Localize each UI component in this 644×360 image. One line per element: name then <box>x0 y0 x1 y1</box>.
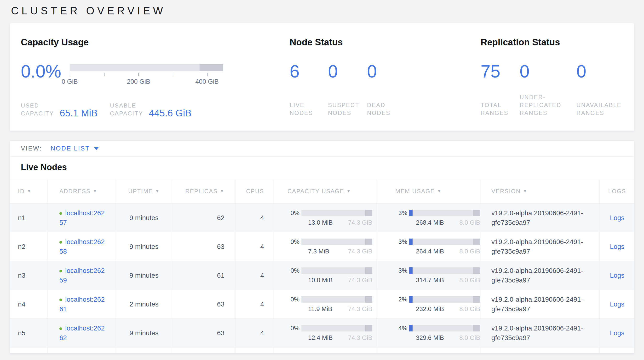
live-status-dot-icon <box>60 270 62 272</box>
column-header-label: MEM USAGE <box>395 188 435 195</box>
cell-node-id: n3 <box>10 261 48 290</box>
logs-link[interactable]: Logs <box>610 329 624 337</box>
cell-cpus: 4 <box>236 319 274 347</box>
table-row: n2 localhost:26258 9 minutes 63 4 0% 7.3… <box>10 232 634 261</box>
cell-version: v19.2.0-alpha.20190606-2491-gfe735c9a97 <box>481 290 600 318</box>
cell-capacity-usage: 0% 12.4 MiB74.3 GiB <box>274 319 377 347</box>
capacity-usage-bar <box>302 239 372 245</box>
cell-mem-usage: 3% 314.7 MiB8.0 GiB <box>377 261 481 290</box>
unavailable-ranges-stat: 0 UNAVAILABLE RANGES <box>576 62 634 117</box>
column-header-label: LOGS <box>608 188 626 195</box>
cell-version: v19.2.0-alpha.20190606-2491-gfe735c9a97 <box>481 232 600 261</box>
axis-tick-label: 200 GiB <box>127 78 150 85</box>
chevron-down-icon <box>94 147 99 150</box>
node-address-link[interactable]: localhost:26262 <box>60 323 107 343</box>
column-header-label: REPLICAS <box>185 188 218 195</box>
mem-usage-bar <box>409 325 480 331</box>
capacity-gauge-axis <box>70 73 223 78</box>
cell-mem-usage: 2% 232.0 MiB8.0 GiB <box>377 290 481 318</box>
logs-link[interactable]: Logs <box>610 300 624 308</box>
node-address-link[interactable]: localhost:26261 <box>60 295 107 314</box>
axis-tick-label: 400 GiB <box>195 78 219 85</box>
axis-tick <box>104 73 104 76</box>
cell-logs: Logs <box>600 204 634 232</box>
cell-cpus: 4 <box>236 290 274 318</box>
cell-address: localhost:26257 <box>48 204 116 232</box>
node-status-title: Node Status <box>290 37 462 48</box>
mem-usage-bar <box>409 296 480 303</box>
cell-mem-usage: 4% 329.6 MiB8.0 GiB <box>377 319 481 347</box>
cell-replicas: 61 <box>172 261 236 290</box>
column-header-logs: LOGS <box>600 179 634 203</box>
sort-arrow-icon: ▼ <box>523 189 528 194</box>
under-replicated-ranges-stat: 0 UNDER- REPLICATED RANGES <box>520 62 576 117</box>
cell-logs: Logs <box>600 261 634 290</box>
live-status-dot-icon <box>60 327 62 330</box>
cell-node-id: n2 <box>10 232 48 261</box>
logs-link[interactable]: Logs <box>610 272 624 279</box>
cell-mem-usage: 3% 268.4 MiB8.0 GiB <box>377 204 481 232</box>
cell-address: localhost:26262 <box>48 319 116 347</box>
column-header-label: ADDRESS <box>60 188 90 195</box>
cell-capacity-usage: 0% 11.9 MiB74.3 GiB <box>274 290 377 318</box>
node-address-link[interactable]: localhost:26257 <box>60 208 107 228</box>
column-header-version[interactable]: VERSION▼ <box>481 179 600 203</box>
axis-tick-label: 0 GiB <box>62 78 78 85</box>
column-header-uptime[interactable]: UPTIME▼ <box>116 179 172 203</box>
cell-node-id: n4 <box>10 290 48 318</box>
view-bar: VIEW: NODE LIST <box>10 141 634 156</box>
sort-arrow-icon: ▼ <box>347 189 351 194</box>
cell-address: localhost:26258 <box>48 232 116 261</box>
table-header-row: ID▼ADDRESS▼UPTIME▼REPLICAS▼CPUSCAPACITY … <box>10 179 634 203</box>
node-status-section: Node Status 6 LIVE NODES 0 SUSPECT NODES… <box>290 37 462 117</box>
cell-node-id: n1 <box>10 204 48 232</box>
cell-uptime: 9 minutes <box>116 232 172 261</box>
view-label: VIEW: <box>21 145 42 152</box>
logs-link[interactable]: Logs <box>610 214 624 222</box>
node-address-link[interactable]: localhost:26258 <box>60 237 107 256</box>
capacity-usage-bar <box>302 296 372 303</box>
cell-cpus: 4 <box>236 232 274 261</box>
column-header-label: CPUS <box>246 188 264 195</box>
column-header-id[interactable]: ID▼ <box>10 179 48 203</box>
cell-uptime: 9 minutes <box>116 261 172 290</box>
capacity-usage-bar <box>302 325 372 331</box>
node-address-link[interactable]: localhost:26259 <box>60 266 107 285</box>
capacity-gauge-bar <box>70 64 223 71</box>
cell-replicas: 63 <box>172 232 236 261</box>
column-header-label: CAPACITY USAGE <box>288 188 344 195</box>
cell-capacity-usage: 0% 13.0 MiB74.3 GiB <box>274 204 377 232</box>
usable-capacity-label: USABLE CAPACITY <box>110 102 143 117</box>
sort-arrow-icon: ▼ <box>155 189 160 194</box>
column-header-cpus: CPUS <box>236 179 274 203</box>
usable-capacity-stat: USABLE CAPACITY 445.6 GiB <box>110 102 192 117</box>
replication-status-section: Replication Status 75 TOTAL RANGES 0 UND… <box>480 37 634 117</box>
mem-usage-bar <box>409 210 480 216</box>
suspect-nodes-stat: 0 SUSPECT NODES <box>328 62 367 117</box>
column-header-cap[interactable]: CAPACITY USAGE▼ <box>274 179 377 203</box>
column-header-address[interactable]: ADDRESS▼ <box>48 179 116 203</box>
capacity-usage-title: Capacity Usage <box>21 37 232 48</box>
view-selected-value: NODE LIST <box>50 145 90 152</box>
cell-replicas: 63 <box>172 319 236 347</box>
column-header-mem[interactable]: MEM USAGE▼ <box>377 179 481 203</box>
cluster-summary-card: Capacity Usage 0.0% 0 GiB200 GiB400 GiB … <box>10 23 634 131</box>
table-row: n4 localhost:26261 2 minutes 63 4 0% 11.… <box>10 290 634 318</box>
column-header-replicas[interactable]: REPLICAS▼ <box>172 179 236 203</box>
capacity-used-percent: 0.0% <box>21 62 62 86</box>
cell-replicas: 63 <box>172 290 236 318</box>
total-ranges-stat: 75 TOTAL RANGES <box>480 62 520 117</box>
capacity-gauge: 0 GiB200 GiB400 GiB <box>70 64 223 86</box>
view-select-dropdown[interactable]: NODE LIST <box>50 145 99 152</box>
cell-cpus: 4 <box>236 204 274 232</box>
cell-logs: Logs <box>600 290 634 318</box>
live-nodes-stat: 6 LIVE NODES <box>290 62 328 117</box>
replication-status-title: Replication Status <box>480 37 634 48</box>
cell-capacity-usage: 0% 10.0 MiB74.3 GiB <box>274 261 377 290</box>
cell-uptime: 9 minutes <box>116 319 172 347</box>
column-header-label: UPTIME <box>128 188 153 195</box>
sort-arrow-icon: ▼ <box>437 189 442 194</box>
axis-tick <box>70 73 70 76</box>
logs-link[interactable]: Logs <box>610 243 624 251</box>
table-row: n5 localhost:26262 9 minutes 63 4 0% 12.… <box>10 318 634 347</box>
